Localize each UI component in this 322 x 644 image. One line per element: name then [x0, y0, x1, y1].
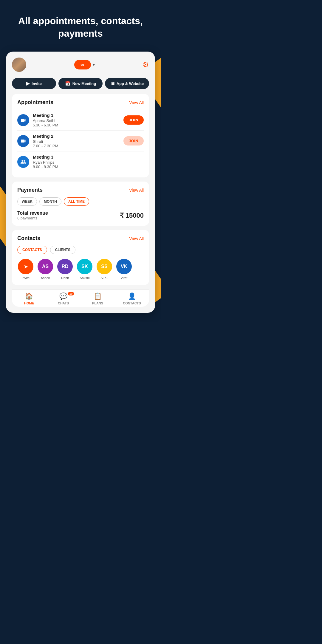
contact-sub[interactable]: SS Sub..: [96, 259, 113, 280]
meeting3-time: 8.00 - 8.30 PM: [33, 165, 144, 169]
nav-contacts[interactable]: 👤 CONTACTS: [115, 292, 149, 305]
meeting2-join-button[interactable]: JOIN: [123, 136, 144, 145]
contact-invite[interactable]: ➤ Invite: [17, 259, 34, 280]
payment-filter-week[interactable]: WEEK: [17, 197, 37, 206]
plans-icon: 📋: [94, 292, 102, 300]
appointment-item-meeting2: Meeting 2 Shruti 7.00 - 7.30 PM JOIN: [17, 131, 144, 151]
appointment-item-meeting1: Meeting 1 Aparna Sethi 5.30 - 6.30 PM JO…: [17, 110, 144, 131]
chats-icon: 💬: [59, 292, 67, 300]
appointment-item-meeting3: Meeting 3 Ryan Philips 8.00 - 8.30 PM: [17, 151, 144, 172]
meeting2-title: Meeting 2: [33, 134, 120, 139]
user-avatar[interactable]: [12, 58, 26, 72]
new-meeting-button[interactable]: 📅 New Meeting: [58, 78, 103, 89]
contact-rohit-avatar: RD: [57, 259, 73, 274]
payments-section: Payments View All WEEK MONTH ALL TIME To…: [12, 182, 149, 226]
settings-icon[interactable]: ⚙: [143, 61, 149, 69]
payment-amount: ₹ 15000: [120, 212, 144, 219]
appointments-title: Appointments: [17, 99, 53, 106]
nav-chats-label: CHATS: [58, 301, 69, 305]
contact-sub-name: Sub..: [100, 276, 108, 280]
contact-sub-avatar: SS: [97, 259, 112, 274]
top-bar: ∞ ▾ ⚙: [12, 58, 149, 72]
meeting3-person: Ryan Philips: [33, 160, 144, 165]
meeting2-icon: [17, 135, 29, 147]
payments-view-all[interactable]: View All: [129, 188, 144, 193]
invite-button[interactable]: ▶ Invite: [12, 78, 56, 89]
action-buttons-row: ▶ Invite 📅 New Meeting 🖥 App & Website: [12, 78, 149, 89]
nav-contacts-label: CONTACTS: [123, 301, 141, 305]
contact-virat-name: Virat: [121, 276, 127, 280]
payments-title: Payments: [17, 187, 43, 193]
meeting2-person: Shruti: [33, 139, 120, 144]
new-meeting-label: New Meeting: [72, 81, 96, 86]
total-revenue-label: Total revenue: [17, 210, 48, 216]
meeting2-info: Meeting 2 Shruti 7.00 - 7.30 PM: [33, 134, 120, 148]
contact-invite-name: Invite: [22, 276, 30, 280]
contact-ashok[interactable]: AS Ashok: [37, 259, 54, 280]
payments-header: Payments View All: [17, 187, 144, 193]
payment-filters: WEEK MONTH ALL TIME: [17, 197, 144, 206]
meeting1-person: Aparna Sethi: [33, 118, 120, 123]
payment-filter-alltime[interactable]: ALL TIME: [64, 197, 89, 206]
contact-ashok-avatar: AS: [38, 259, 53, 274]
main-card: ∞ ▾ ⚙ ▶ Invite 📅 New Meeting 🖥 App & Web…: [6, 52, 155, 313]
nav-plans[interactable]: 📋 PLANS: [80, 292, 115, 305]
contact-ashok-name: Ashok: [41, 276, 50, 280]
meeting3-title: Meeting 3: [33, 154, 144, 160]
contacts-header: Contacts View All: [17, 235, 144, 242]
payment-summary: Total revenue 6 payments ₹ 15000: [17, 210, 144, 220]
contact-rohit[interactable]: RD Rohit: [57, 259, 73, 280]
monitor-icon: 🖥: [110, 81, 115, 86]
invite-label: Invite: [32, 81, 42, 86]
meeting3-icon: [17, 156, 29, 168]
payments-count: 6 payments: [17, 216, 48, 220]
contacts-icon: 👤: [128, 292, 136, 300]
meeting2-time: 7.00 - 7.30 PM: [33, 144, 120, 148]
invite-icon: ▶: [26, 81, 30, 86]
contacts-filter-clients[interactable]: CLIENTS: [50, 246, 75, 254]
contact-sakshi-avatar: SK: [77, 259, 92, 274]
app-website-label: App & Website: [117, 81, 144, 86]
meeting1-title: Meeting 1: [33, 113, 120, 118]
contacts-filter-contacts[interactable]: CONTACTS: [17, 246, 47, 254]
page-title: All appointments, contacts, payments: [0, 0, 161, 49]
nav-plans-label: PLANS: [92, 301, 103, 305]
contacts-view-all[interactable]: View All: [129, 236, 144, 241]
contacts-filters: CONTACTS CLIENTS: [17, 246, 144, 254]
chats-badge: 10: [68, 292, 74, 295]
logo-badge: ∞: [74, 60, 91, 69]
avatar-image: [12, 58, 26, 72]
contact-rohit-name: Rohit: [61, 276, 69, 280]
meeting1-icon: [17, 114, 29, 126]
appointments-header: Appointments View All: [17, 99, 144, 106]
contacts-section: Contacts View All CONTACTS CLIENTS ➤ Inv…: [12, 230, 149, 285]
contact-virat-avatar: VK: [116, 259, 132, 274]
appointments-section: Appointments View All Meeting 1 Aparna S…: [12, 94, 149, 177]
contact-invite-avatar: ➤: [18, 259, 33, 274]
nav-chats[interactable]: 💬 10 CHATS: [46, 292, 80, 305]
contact-virat[interactable]: VK Virat: [116, 259, 132, 280]
contacts-title: Contacts: [17, 235, 40, 242]
nav-home[interactable]: 🏠 HOME: [12, 292, 46, 305]
contact-sakshi-name: Sakshi: [80, 276, 89, 280]
payment-filter-month[interactable]: MONTH: [39, 197, 61, 206]
contacts-list: ➤ Invite AS Ashok RD Rohit SK Sakshi SS …: [17, 259, 144, 280]
meeting1-info: Meeting 1 Aparna Sethi 5.30 - 6.30 PM: [33, 113, 120, 127]
meeting3-info: Meeting 3 Ryan Philips 8.00 - 8.30 PM: [33, 154, 144, 169]
contact-sakshi[interactable]: SK Sakshi: [76, 259, 93, 280]
payment-info: Total revenue 6 payments: [17, 210, 48, 220]
meeting1-time: 5.30 - 6.30 PM: [33, 123, 120, 127]
nav-home-label: HOME: [24, 301, 34, 305]
appointments-view-all[interactable]: View All: [129, 100, 144, 105]
logo-area[interactable]: ∞ ▾: [74, 60, 95, 69]
chevron-down-icon: ▾: [93, 62, 95, 67]
app-website-button[interactable]: 🖥 App & Website: [105, 78, 149, 89]
bottom-nav: 🏠 HOME 💬 10 CHATS 📋 PLANS 👤 CONTACTS: [12, 289, 149, 307]
home-icon: 🏠: [25, 292, 33, 300]
calendar-icon: 📅: [65, 81, 71, 86]
meeting1-join-button[interactable]: JOIN: [123, 115, 144, 125]
